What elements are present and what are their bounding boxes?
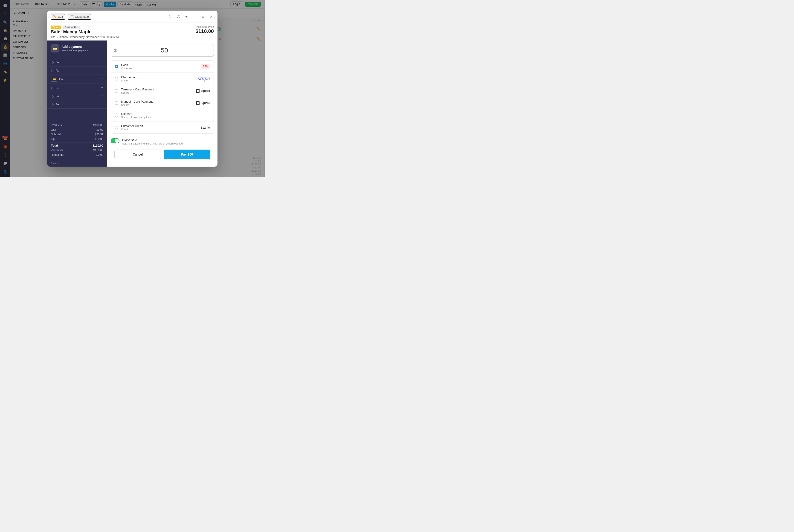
amount-paid-value: $110.00 — [195, 28, 214, 34]
cash-badge: $50 — [201, 64, 210, 69]
list-item[interactable]: ◇ Di... ▼ — [47, 84, 107, 92]
stripe-logo: stripe — [197, 76, 210, 82]
close-sale-text: Close sale Sale is finalised and there i… — [122, 138, 214, 145]
refresh-icon[interactable]: ↻ — [167, 13, 173, 20]
customer-credit-value: $12.40 — [201, 126, 210, 129]
cash-info: Cash Customer — [121, 63, 198, 70]
modal-body: 💳 Add payment New customer payment ◇ Se.… — [47, 40, 218, 167]
manual-sub: Square — [121, 103, 193, 106]
more-icon[interactable]: ··· — [192, 13, 198, 20]
amount-paid-label: AMOUNT PAID — [195, 25, 214, 28]
right-panel: $ Cash Customer $50 — [107, 40, 218, 167]
cash-name: Cash — [121, 63, 198, 67]
terminal-info: Terminal - Card Payment Square — [121, 88, 193, 94]
charge-card-info: Charge card Stripe — [121, 75, 195, 82]
item-diamond-icon: ◇ — [51, 94, 54, 98]
close-sale-row: Close sale Sale is finalised and there i… — [111, 138, 214, 145]
left-panel: 💳 Add payment New customer payment ◇ Se.… — [47, 40, 107, 167]
amount-input-wrapper[interactable]: $ — [111, 44, 214, 57]
charge-card-sub: Stripe — [121, 79, 195, 82]
cash-radio[interactable] — [115, 65, 118, 68]
item-diamond-icon: ◇ — [51, 102, 54, 107]
chevron-right-icon: › — [103, 61, 103, 63]
modal-footer: Cancel Pay $50 — [111, 150, 214, 163]
add-payment-subtitle: New customer payment — [61, 49, 88, 52]
close-sale-subtitle: Sale is finalised and there is no furthe… — [122, 142, 214, 145]
customer-credit-info: Customer Credit Credit — [121, 124, 198, 131]
amount-input[interactable] — [118, 47, 210, 54]
summary-row-payments: Payments $110.00 — [51, 148, 103, 153]
modal-header: ✏️ Edit 📋 Close sale ↻ 🖨 ✉ ··· ⊞ ✕ — [47, 11, 218, 23]
payment-option-cash[interactable]: Cash Customer $50 — [111, 60, 213, 73]
manual-square-badge: Square — [196, 101, 210, 105]
edit-icon: ✏️ — [53, 15, 57, 18]
summary-row-subtotal: Subtotal $90.91 — [51, 132, 103, 137]
list-item[interactable]: 💳 Co... ▼ — [47, 75, 107, 84]
custom-filter-badge: Custom Fi... — [63, 25, 80, 29]
summary-row-total: Total $110.00 — [51, 142, 103, 148]
gift-card-radio[interactable] — [115, 113, 118, 117]
terminal-sub: Square — [121, 91, 193, 94]
square-icon-terminal — [196, 89, 200, 93]
sale-items-list: ◇ Se... › ◇ Pr... › 💳 Co... ▼ — [47, 56, 107, 120]
charge-card-name: Charge card — [121, 75, 195, 79]
dropdown-select[interactable]: ▼ — [101, 78, 103, 80]
list-item[interactable]: ◇ Se... › — [47, 100, 107, 109]
customer-credit-radio[interactable] — [115, 126, 118, 129]
item-diamond-icon: ◇ — [51, 60, 54, 64]
charge-card-radio[interactable] — [115, 77, 118, 80]
payment-option-gift-card[interactable]: Gift card Search all customer gift cards — [111, 109, 213, 121]
terminal-name: Terminal - Card Payment — [121, 88, 193, 91]
payment-option-charge-card[interactable]: Charge card Stripe stripe — [111, 73, 213, 85]
manual-radio[interactable] — [115, 101, 118, 105]
payment-options: Cash Customer $50 Charge card Stripe str… — [111, 60, 214, 134]
close-modal-btn[interactable]: ✕ — [208, 14, 214, 19]
payment-select[interactable]: ▼ — [101, 95, 103, 98]
payment-option-terminal[interactable]: Terminal - Card Payment Square Square — [111, 85, 213, 97]
pay-button[interactable]: Pay $50 — [164, 150, 210, 159]
summary-row-gst: GST $9.09 — [51, 128, 103, 132]
item-diamond-icon: ◇ — [51, 86, 54, 90]
modal-overlay[interactable]: ✏️ Edit 📋 Close sale ↻ 🖨 ✉ ··· ⊞ ✕ Open — [0, 0, 265, 177]
chevron-right-icon: › — [103, 69, 103, 72]
manual-name: Manual - Card Payment — [121, 100, 193, 103]
sale-subtitle: #be179dbbb5 · Wednesday, November 29th 2… — [51, 35, 119, 39]
toggle-knob — [115, 139, 119, 143]
terminal-square-badge: Square — [196, 89, 210, 93]
cancel-button[interactable]: Cancel — [114, 150, 161, 159]
summary-row-products: Products $100.00 — [51, 123, 103, 128]
add-payment-title: Add payment — [61, 45, 88, 49]
split-icon[interactable]: ⊞ — [200, 13, 206, 20]
email-icon[interactable]: ✉ — [184, 13, 190, 20]
item-diamond-icon: ◇ — [51, 68, 54, 73]
item-card-icon: 💳 — [51, 77, 57, 82]
square-icon-manual — [196, 101, 200, 105]
svg-rect-1 — [197, 102, 198, 104]
summary-row-tip: Tip $10.00 — [51, 137, 103, 141]
cash-sub: Customer — [121, 67, 198, 70]
list-item[interactable]: ◇ Pa... ▼ — [47, 92, 107, 100]
discount-select[interactable]: ▼ — [101, 87, 103, 89]
gift-card-name: Gift card — [121, 112, 210, 115]
gift-card-sub: Search all customer gift cards — [121, 116, 210, 118]
currency-symbol: $ — [114, 48, 117, 53]
print-icon[interactable]: 🖨 — [175, 13, 182, 20]
payment-option-manual[interactable]: Manual - Card Payment Square Square — [111, 97, 213, 109]
close-sale-header-btn[interactable]: 📋 Close sale — [68, 14, 91, 20]
edit-btn[interactable]: ✏️ Edit — [51, 14, 65, 20]
sale-title-area: Open Custom Fi... Sale: Macey Maple #be1… — [47, 23, 218, 40]
svg-rect-0 — [197, 90, 198, 92]
header-icons: ↻ 🖨 ✉ ··· ⊞ ✕ — [167, 13, 214, 20]
payment-option-customer-credit[interactable]: Customer Credit Credit $12.40 — [111, 121, 213, 133]
close-sale-toggle[interactable] — [111, 138, 119, 144]
close-sale-icon: 📋 — [70, 15, 74, 18]
list-item[interactable]: ◇ Pr... › — [47, 66, 107, 75]
sale-note: Sale no... — [47, 160, 107, 167]
add-payment-header: 💳 Add payment New customer payment — [47, 40, 107, 56]
terminal-radio[interactable] — [115, 89, 118, 93]
close-sale-title: Close sale — [122, 138, 214, 142]
list-item[interactable]: ◇ Se... › — [47, 58, 107, 66]
sale-modal: ✏️ Edit 📋 Close sale ↻ 🖨 ✉ ··· ⊞ ✕ Open — [47, 11, 218, 167]
customer-credit-sub: Credit — [121, 128, 198, 131]
summary-section: Products $100.00 GST $9.09 Subtotal $90.… — [47, 120, 107, 160]
